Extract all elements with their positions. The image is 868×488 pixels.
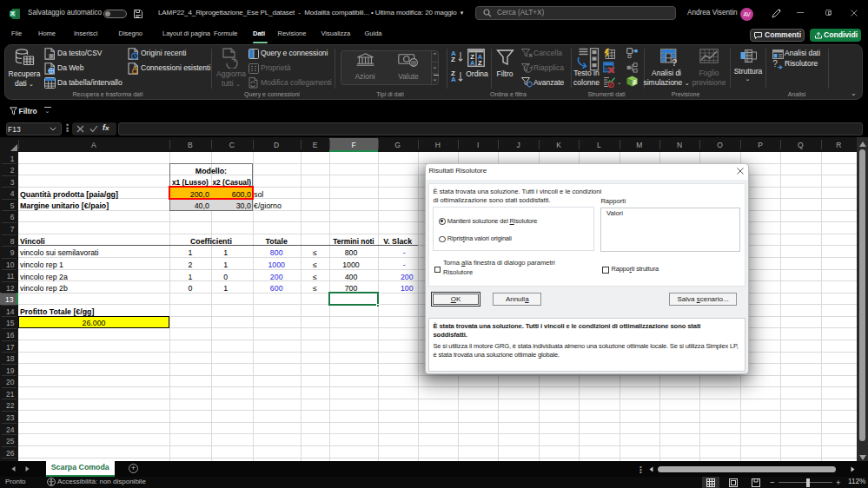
svg-text:Z: Z (478, 59, 482, 67)
svg-text:X: X (10, 10, 15, 17)
svg-text:A: A (470, 59, 475, 67)
svg-text:?: ? (672, 57, 678, 67)
svg-text:J: J (633, 79, 636, 85)
svg-text:?: ? (772, 59, 778, 69)
